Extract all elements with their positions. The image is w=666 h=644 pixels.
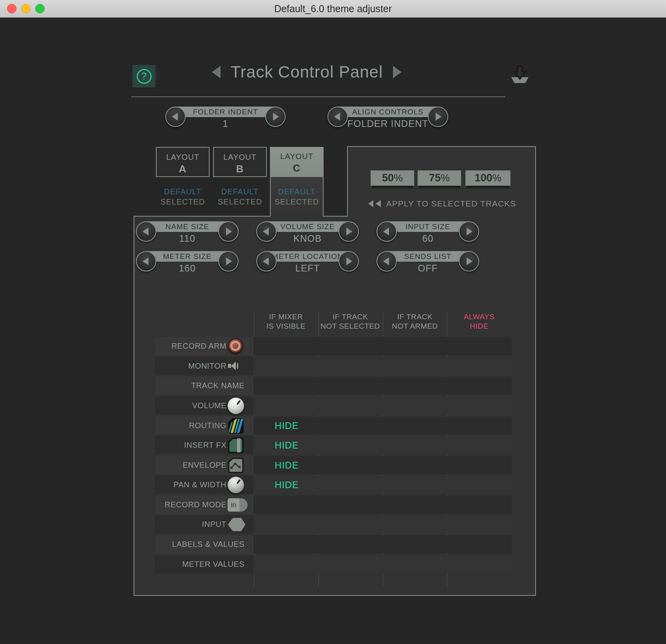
cell-if-track-not-selected[interactable] xyxy=(319,496,383,514)
cell-if-track-not-armed[interactable] xyxy=(384,535,448,554)
cell-if-mixer-visible[interactable] xyxy=(255,376,319,395)
cell-if-track-not-armed[interactable] xyxy=(384,555,448,573)
name-size-decrement-button[interactable] xyxy=(136,221,156,242)
cell-if-mixer-visible[interactable] xyxy=(255,396,319,415)
left-arrow-icon xyxy=(143,257,148,265)
cell-if-track-not-armed[interactable] xyxy=(384,496,448,514)
cell-if-mixer-visible[interactable] xyxy=(255,535,319,554)
cell-if-mixer-visible[interactable] xyxy=(255,337,319,355)
cell-if-track-not-selected[interactable] xyxy=(319,555,383,573)
align-controls-value: FOLDER INDENT xyxy=(338,118,438,129)
record-mode-icon: in xyxy=(228,498,248,512)
cell-if-track-not-selected[interactable] xyxy=(319,535,383,554)
tab-layout-c[interactable]: LAYOUT C xyxy=(270,147,324,177)
sends-list-spinner: SENDS LIST OFF xyxy=(376,251,479,273)
cell-if-track-not-selected[interactable] xyxy=(319,376,383,395)
input-icon xyxy=(228,517,246,532)
name-size-increment-button[interactable] xyxy=(218,221,239,242)
sends-list-increment-button[interactable] xyxy=(459,251,479,271)
sends-list-decrement-button[interactable] xyxy=(376,251,397,271)
row-label: VOLUME xyxy=(155,396,226,415)
cell-always-hide[interactable] xyxy=(448,376,512,395)
help-button[interactable]: ? xyxy=(132,65,156,87)
table-row-envelope: ENVELOPE HIDE xyxy=(155,456,512,474)
cell-always-hide[interactable] xyxy=(448,436,512,454)
cell-if-mixer-visible[interactable]: HIDE xyxy=(255,476,319,494)
cell-always-hide[interactable] xyxy=(448,396,512,415)
export-button[interactable] xyxy=(510,63,530,83)
cell-if-mixer-visible[interactable]: HIDE xyxy=(255,416,319,435)
align-controls-increment-button[interactable] xyxy=(428,107,448,127)
tab-c-state[interactable]: DEFAULT SELECTED xyxy=(270,186,324,207)
cell-if-track-not-selected[interactable] xyxy=(319,337,383,355)
cell-if-track-not-armed[interactable] xyxy=(384,357,448,375)
apply-arrow-icon xyxy=(376,200,381,207)
input-size-spinner: INPUT SIZE 60 xyxy=(376,221,479,243)
scale-100-button[interactable]: 100% xyxy=(465,170,510,186)
tab-layout-a[interactable]: LAYOUT A xyxy=(156,147,210,177)
meter-size-decrement-button[interactable] xyxy=(136,251,156,271)
cell-if-track-not-armed[interactable] xyxy=(384,456,448,474)
cell-always-hide[interactable] xyxy=(448,496,512,514)
cell-if-track-not-selected[interactable] xyxy=(319,436,383,454)
align-controls-decrement-button[interactable] xyxy=(328,107,348,127)
next-panel-icon[interactable] xyxy=(393,66,402,78)
cell-if-track-not-selected[interactable] xyxy=(319,416,383,435)
meter-size-increment-button[interactable] xyxy=(218,251,239,271)
apply-to-selected-tracks-button[interactable]: APPLY TO SELECTED TRACKS xyxy=(367,198,518,210)
left-arrow-icon xyxy=(383,228,389,235)
row-label: ENVELOPE xyxy=(155,456,226,474)
cell-if-mixer-visible[interactable] xyxy=(255,555,319,573)
cell-always-hide[interactable] xyxy=(448,555,512,573)
cell-if-track-not-selected[interactable] xyxy=(319,476,383,494)
tab-b-state[interactable]: DEFAULT SELECTED xyxy=(213,186,267,207)
column-header-if-track-not-armed: IF TRACK NOT ARMED xyxy=(383,312,447,331)
record-mode-in-label: in xyxy=(228,498,239,512)
cell-if-track-not-armed[interactable] xyxy=(384,515,448,534)
cell-if-track-not-armed[interactable] xyxy=(384,337,448,355)
cell-if-track-not-selected[interactable] xyxy=(319,515,383,534)
apply-label: APPLY TO SELECTED TRACKS xyxy=(386,199,516,208)
cell-if-track-not-armed[interactable] xyxy=(384,476,448,494)
cell-always-hide[interactable] xyxy=(448,476,512,494)
scale-50-button[interactable]: 50% xyxy=(371,170,414,186)
cell-always-hide[interactable] xyxy=(448,357,512,375)
prev-panel-icon[interactable] xyxy=(212,66,221,78)
tab-a-state[interactable]: DEFAULT SELECTED xyxy=(156,186,210,207)
cell-if-mixer-visible[interactable] xyxy=(255,496,319,514)
row-label: PAN & WIDTH xyxy=(155,476,226,494)
cell-if-track-not-selected[interactable] xyxy=(319,357,383,375)
cell-if-mixer-visible[interactable] xyxy=(255,357,319,375)
header-line: IF TRACK xyxy=(318,312,382,322)
row-label: INPUT xyxy=(155,515,226,534)
volume-size-decrement-button[interactable] xyxy=(256,221,277,242)
cell-always-hide[interactable] xyxy=(448,456,512,474)
scale-number: 100 xyxy=(474,172,492,184)
cell-if-track-not-selected[interactable] xyxy=(319,456,383,474)
cell-if-mixer-visible[interactable]: HIDE xyxy=(255,436,319,454)
row-label: MONITOR xyxy=(155,357,226,375)
cell-if-track-not-selected[interactable] xyxy=(319,396,383,415)
folder-indent-decrement-button[interactable] xyxy=(165,107,186,127)
cell-if-track-not-armed[interactable] xyxy=(384,376,448,395)
meter-location-increment-button[interactable] xyxy=(338,251,359,271)
right-arrow-icon xyxy=(346,228,352,235)
cell-if-mixer-visible[interactable]: HIDE xyxy=(255,456,319,474)
tab-layout-b[interactable]: LAYOUT B xyxy=(213,147,267,177)
cell-if-track-not-armed[interactable] xyxy=(384,396,448,415)
cell-always-hide[interactable] xyxy=(448,515,512,534)
volume-knob-icon xyxy=(228,398,244,414)
scale-75-button[interactable]: 75% xyxy=(418,170,461,186)
cell-if-mixer-visible[interactable] xyxy=(255,515,319,534)
cell-always-hide[interactable] xyxy=(448,337,512,355)
input-size-decrement-button[interactable] xyxy=(376,221,397,242)
folder-indent-increment-button[interactable] xyxy=(265,107,286,127)
volume-size-increment-button[interactable] xyxy=(338,221,359,242)
input-size-increment-button[interactable] xyxy=(459,221,479,242)
table-row-monitor: MONITOR xyxy=(155,357,512,375)
cell-if-track-not-armed[interactable] xyxy=(384,436,448,454)
cell-if-track-not-armed[interactable] xyxy=(384,416,448,435)
cell-always-hide[interactable] xyxy=(448,416,512,435)
cell-always-hide[interactable] xyxy=(448,535,512,554)
meter-location-decrement-button[interactable] xyxy=(256,251,277,271)
